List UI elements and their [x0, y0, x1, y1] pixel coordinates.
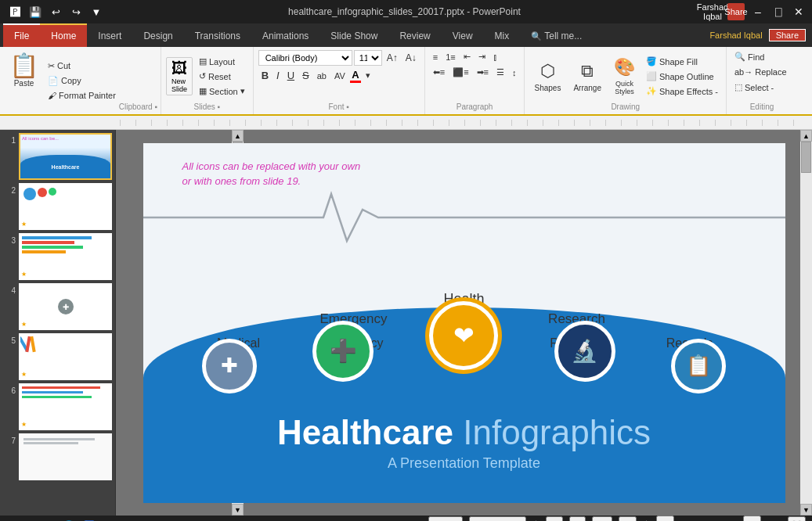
replace-btn[interactable]: ab→ Replace [731, 66, 792, 78]
tab-transitions[interactable]: Transitions [184, 23, 251, 47]
font-color-dropdown[interactable]: ▾ [363, 69, 374, 82]
quick-access: 🅿 💾 ↩ ↪ ▼ [6, 3, 105, 20]
comments-btn[interactable]: Comments [469, 516, 526, 521]
increase-indent-btn[interactable]: ⇥ [475, 50, 489, 63]
customize-btn[interactable]: ▼ [88, 3, 105, 20]
align-right-btn[interactable]: ➡≡ [474, 66, 492, 79]
reset-btn[interactable]: ↺ Reset [196, 70, 248, 83]
sub-title: A Presentation Template [143, 455, 785, 472]
user-label[interactable]: Farshad Iqbal [704, 3, 721, 20]
decrease-font-btn[interactable]: A↓ [402, 50, 420, 66]
slide-img-5[interactable]: ★ [19, 333, 112, 380]
font-color-btn-group[interactable]: A [350, 69, 361, 83]
slide-img-1[interactable]: All icons can be... Healthcare [19, 133, 112, 180]
redo-btn[interactable]: ↪ [67, 3, 85, 20]
layout-btn[interactable]: ▤ Layout [196, 55, 248, 68]
bullets-btn[interactable]: ≡ [430, 50, 441, 63]
tab-home[interactable]: Home [40, 23, 87, 47]
undo-btn[interactable]: ↩ [47, 3, 64, 20]
slide-img-3[interactable]: ★ [19, 233, 112, 280]
app-icon[interactable]: 🅿 [6, 3, 23, 20]
select-btn[interactable]: ⬚ Select - [731, 81, 792, 94]
columns-btn[interactable]: ⫿ [490, 50, 501, 63]
text-shadow-btn[interactable]: ab [314, 70, 330, 82]
justify-btn[interactable]: ☰ [493, 66, 507, 79]
tab-view[interactable]: View [442, 23, 484, 47]
announcement-text[interactable]: All icons can be replaced with your owno… [182, 159, 361, 189]
slide-thumb-3[interactable]: 3 ★ [3, 233, 112, 280]
scroll-down-right-btn[interactable]: ▼ [800, 504, 812, 516]
underline-btn[interactable]: U [284, 68, 298, 83]
scroll-up-btn[interactable]: ▲ [232, 130, 244, 142]
v-scrollbar-right[interactable]: ▲ ▼ [800, 130, 812, 516]
replace-icon: ab→ [734, 67, 752, 77]
slide-thumb-7[interactable]: 7 [3, 433, 112, 480]
slide-img-2[interactable]: ★ [19, 183, 112, 230]
tab-design[interactable]: Design [132, 23, 183, 47]
paste-icon: 📋 [9, 52, 38, 79]
close-btn[interactable]: ✕ [792, 5, 806, 19]
slide-thumb-6[interactable]: 6 ★ [3, 383, 112, 430]
align-center-btn[interactable]: ⬛≡ [449, 66, 471, 79]
strikethrough-btn[interactable]: S [299, 68, 312, 83]
emergency-icon-circle: ➕ [312, 321, 374, 382]
decrease-indent-btn[interactable]: ⇤ [460, 50, 474, 63]
shape-fill-btn[interactable]: 🪣 Shape Fill [643, 55, 721, 68]
zoom-in-btn[interactable]: ＋ [743, 516, 761, 522]
reading-view-btn[interactable]: 📖 [592, 516, 612, 521]
cut-btn[interactable]: ✂ Cut [45, 59, 119, 73]
slide-img-7[interactable] [19, 433, 112, 480]
slide-thumb-2[interactable]: 2 ★ [3, 183, 112, 230]
slide-sorter-btn[interactable]: ⊞ [569, 516, 586, 521]
italic-btn[interactable]: I [273, 68, 283, 83]
clipboard-group: 📋 Paste ✂ Cut 📄 Copy 🖌 Format Painter Cl… [0, 47, 161, 114]
slide-img-6[interactable]: ★ [19, 383, 112, 430]
fit-slide-btn[interactable]: ⛶ [788, 516, 806, 521]
tab-mix[interactable]: Mix [484, 23, 521, 47]
tab-animations[interactable]: Animations [251, 23, 319, 47]
restore-btn[interactable]: ⎕ [771, 5, 785, 19]
font-group: Calibri (Body) 11 A↑ A↓ B I U S ab AV A … [254, 47, 425, 114]
slide-img-4[interactable]: ✚ ★ [19, 283, 112, 330]
quick-styles-btn[interactable]: 🎨 QuickStyles [609, 54, 640, 99]
shape-outline-btn[interactable]: ⬜ Shape Outline [643, 70, 721, 83]
format-painter-btn[interactable]: 🖌 Format Painter [45, 89, 119, 102]
shape-effects-btn[interactable]: ✨ Shape Effects - [643, 84, 721, 98]
new-slide-btn[interactable]: 🖼 NewSlide [166, 57, 193, 95]
slide-thumb-5[interactable]: 5 ★ [3, 333, 112, 380]
slide-thumb-4[interactable]: 4 ✚ ★ [3, 283, 112, 330]
normal-view-btn[interactable]: ▦ [546, 516, 563, 521]
char-spacing-btn[interactable]: AV [331, 70, 348, 82]
scroll-up-right-btn[interactable]: ▲ [800, 130, 812, 142]
save-btn[interactable]: 💾 [27, 3, 44, 20]
arrange-btn[interactable]: ⧉ Arrange [568, 58, 606, 95]
section-btn[interactable]: ▦ Section ▾ [196, 84, 248, 98]
t7-bar1 [23, 438, 95, 440]
presenter-view-btn[interactable]: 🖥 [619, 516, 637, 521]
copy-btn[interactable]: 📄 Copy [45, 74, 119, 88]
tab-slideshow[interactable]: Slide Show [319, 23, 388, 47]
slide-thumb-1[interactable]: 1 All icons can be... Healthcare [3, 133, 112, 180]
share-ribbon-btn[interactable]: Share [769, 29, 806, 41]
bold-btn[interactable]: B [258, 68, 272, 83]
paste-button[interactable]: 📋 Paste [3, 50, 45, 111]
shape-effects-icon: ✨ [646, 86, 657, 96]
tab-file[interactable]: File [3, 23, 40, 47]
shapes-btn[interactable]: ⬡ Shapes [529, 58, 565, 95]
tab-review[interactable]: Review [388, 23, 441, 47]
zoom-out-btn[interactable]: － [656, 516, 674, 522]
scroll-thumb-right[interactable] [801, 142, 811, 173]
numbering-btn[interactable]: 1≡ [442, 50, 459, 63]
minimize-btn[interactable]: – [751, 5, 765, 19]
align-left-btn[interactable]: ⬅≡ [430, 66, 448, 79]
line-spacing-btn[interactable]: ↕ [509, 66, 520, 79]
tab-tellme[interactable]: 🔍 Tell me... [520, 23, 593, 47]
share-btn[interactable]: Share [727, 3, 745, 20]
font-selector[interactable]: Calibri (Body) [258, 50, 352, 66]
scroll-down-btn[interactable]: ▼ [232, 504, 244, 516]
notes-btn[interactable]: Notes [428, 516, 463, 521]
tab-insert[interactable]: Insert [87, 23, 132, 47]
font-size-selector[interactable]: 11 [354, 50, 382, 66]
increase-font-btn[interactable]: A↑ [384, 50, 401, 66]
find-btn[interactable]: 🔍 Find [731, 50, 792, 63]
